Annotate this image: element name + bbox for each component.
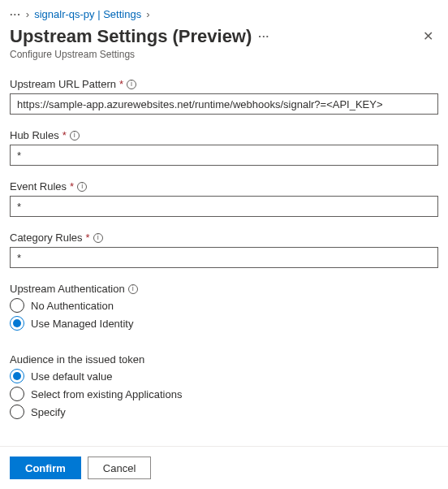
- field-audience: Audience in the issued token Use default…: [10, 353, 438, 419]
- input-url-pattern[interactable]: [10, 93, 438, 115]
- required-indicator: *: [119, 78, 123, 90]
- radio-use-managed-identity[interactable]: Use Managed Identity: [10, 316, 438, 331]
- label-url-pattern: Upstream URL Pattern: [10, 78, 116, 90]
- radio-specify[interactable]: Specify: [10, 405, 438, 419]
- radio-label: Specify: [31, 406, 66, 418]
- radio-icon: [10, 387, 24, 401]
- label-hub-rules: Hub Rules: [10, 129, 59, 141]
- field-upstream-auth: Upstream Authentication i No Authenticat…: [10, 283, 438, 331]
- radio-use-default-value[interactable]: Use default value: [10, 369, 438, 383]
- chevron-right-icon: ›: [26, 8, 29, 20]
- radio-label: Use Managed Identity: [31, 318, 133, 330]
- field-category-rules: Category Rules * i: [10, 232, 438, 268]
- input-hub-rules[interactable]: [10, 145, 438, 166]
- radio-icon: [10, 316, 24, 331]
- required-indicator: *: [62, 129, 67, 141]
- label-event-rules: Event Rules: [10, 180, 67, 193]
- radio-no-authentication[interactable]: No Authentication: [10, 298, 438, 313]
- breadcrumb-link-settings[interactable]: signalr-qs-py | Settings: [34, 8, 141, 20]
- info-icon[interactable]: i: [128, 284, 138, 294]
- input-event-rules[interactable]: [10, 196, 438, 217]
- radio-label: No Authentication: [31, 300, 114, 312]
- chevron-right-icon: ›: [146, 8, 149, 20]
- radio-icon: [10, 298, 24, 313]
- field-url-pattern: Upstream URL Pattern * i: [10, 78, 438, 115]
- radio-icon: [10, 369, 24, 383]
- radio-label: Select from existing Applications: [31, 388, 182, 400]
- confirm-button[interactable]: Confirm: [10, 457, 81, 479]
- required-indicator: *: [86, 232, 90, 244]
- footer: Confirm Cancel: [0, 446, 448, 489]
- field-hub-rules: Hub Rules * i: [10, 129, 438, 166]
- label-audience: Audience in the issued token: [10, 353, 144, 366]
- input-category-rules[interactable]: [10, 247, 438, 268]
- page-title: Upstream Settings (Preview): [10, 26, 252, 47]
- breadcrumb-more-icon[interactable]: ···: [10, 8, 21, 20]
- info-icon[interactable]: i: [70, 131, 80, 141]
- header-more-icon[interactable]: ···: [258, 30, 269, 42]
- radio-select-existing-applications[interactable]: Select from existing Applications: [10, 387, 438, 401]
- field-event-rules: Event Rules * i: [10, 180, 438, 217]
- info-icon[interactable]: i: [127, 80, 136, 89]
- cancel-button[interactable]: Cancel: [88, 457, 151, 479]
- breadcrumb: ··· › signalr-qs-py | Settings ›: [10, 8, 438, 20]
- label-upstream-auth: Upstream Authentication: [10, 283, 125, 295]
- required-indicator: *: [70, 180, 74, 193]
- radio-icon: [10, 405, 24, 419]
- radio-label: Use default value: [31, 370, 112, 383]
- info-icon[interactable]: i: [77, 182, 87, 192]
- info-icon[interactable]: i: [93, 233, 103, 243]
- label-category-rules: Category Rules: [10, 232, 83, 244]
- page-subtitle: Configure Upstream Settings: [10, 49, 438, 60]
- close-icon[interactable]: ✕: [418, 25, 438, 47]
